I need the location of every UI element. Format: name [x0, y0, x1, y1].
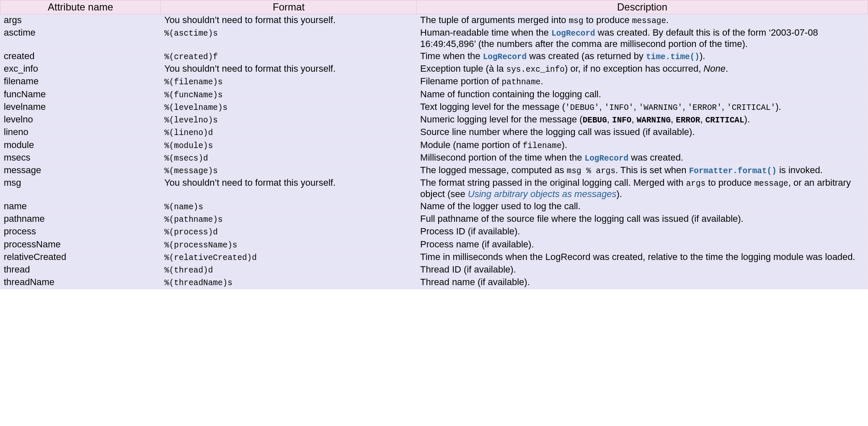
- code-strong: INFO: [612, 116, 631, 125]
- attr-name-cell: message: [0, 164, 161, 177]
- attr-name-cell: args: [0, 14, 161, 27]
- table-row: created%(created)fTime when the LogRecor…: [0, 50, 868, 62]
- inline-code: 'WARNING': [639, 103, 683, 112]
- description-cell: Filename portion of pathname.: [417, 75, 868, 88]
- format-code: %(module)s: [164, 141, 213, 151]
- format-code: %(processName)s: [164, 241, 237, 250]
- attr-name-cell: levelno: [0, 114, 161, 126]
- code-link[interactable]: LogRecord: [551, 29, 595, 38]
- description-cell: Exception tuple (à la sys.exc_info) or, …: [417, 63, 868, 75]
- description-cell: Millisecond portion of the time when the…: [417, 151, 868, 164]
- format-code: %(created)f: [164, 52, 218, 62]
- format-code: %(asctime)s: [164, 29, 218, 38]
- description-cell: Process ID (if available).: [417, 226, 868, 238]
- attr-name-cell: thread: [0, 264, 161, 276]
- code-strong: ERROR: [676, 116, 700, 125]
- format-cell: %(msecs)d: [161, 151, 417, 164]
- format-code: %(filename)s: [164, 78, 222, 87]
- table-row: message%(message)sThe logged message, co…: [0, 164, 868, 177]
- code-link[interactable]: LogRecord: [585, 154, 629, 163]
- inline-code: 'CRITICAL': [727, 103, 775, 112]
- description-cell: Thread ID (if available).: [417, 264, 868, 276]
- description-cell: Name of the logger used to log the call.: [417, 200, 868, 213]
- description-cell: The format string passed in the original…: [417, 177, 868, 200]
- code-strong: DEBUG: [583, 116, 607, 125]
- inline-code: args: [686, 179, 705, 188]
- table-row: relativeCreated%(relativeCreated)dTime i…: [0, 251, 868, 263]
- attr-name-cell: relativeCreated: [0, 251, 161, 263]
- code-strong: CRITICAL: [705, 116, 744, 125]
- description-cell: Source line number where the logging cal…: [417, 126, 868, 139]
- description-cell: Text logging level for the message ('DEB…: [417, 101, 868, 113]
- format-code: %(thread)d: [164, 266, 213, 275]
- format-cell: %(name)s: [161, 200, 417, 213]
- table-row: processName%(processName)sProcess name (…: [0, 238, 868, 251]
- format-cell: %(process)d: [161, 226, 417, 238]
- description-cell: Thread name (if available).: [417, 276, 868, 289]
- description-cell: Process name (if available).: [417, 238, 868, 251]
- table-row: process%(process)dProcess ID (if availab…: [0, 226, 868, 238]
- header-attribute-name: Attribute name: [0, 0, 161, 14]
- table-row: msgYou shouldn’t need to format this you…: [0, 177, 868, 200]
- format-cell: %(message)s: [161, 164, 417, 177]
- description-cell: Time in milliseconds when the LogRecord …: [417, 251, 868, 263]
- code-strong: WARNING: [637, 116, 671, 125]
- attr-name-cell: pathname: [0, 213, 161, 226]
- table-row: argsYou shouldn’t need to format this yo…: [0, 14, 868, 27]
- format-code: %(threadName)s: [164, 278, 232, 288]
- inline-code: msg % args: [567, 166, 615, 176]
- table-row: lineno%(lineno)dSource line number where…: [0, 126, 868, 139]
- code-link[interactable]: time.time(): [646, 52, 700, 62]
- table-row: exc_infoYou shouldn’t need to format thi…: [0, 63, 868, 75]
- format-code: %(levelname)s: [164, 103, 227, 112]
- format-code: %(name)s: [164, 203, 203, 212]
- format-code: %(msecs)d: [164, 154, 208, 163]
- table-header-row: Attribute name Format Description: [0, 0, 868, 14]
- format-cell: %(module)s: [161, 139, 417, 151]
- attr-name-cell: module: [0, 139, 161, 151]
- format-cell: You shouldn’t need to format this yourse…: [161, 63, 417, 75]
- doc-link[interactable]: Using arbitrary objects as messages: [468, 189, 617, 199]
- format-cell: %(processName)s: [161, 238, 417, 251]
- description-cell: Name of function containing the logging …: [417, 88, 868, 101]
- format-cell: %(relativeCreated)d: [161, 251, 417, 263]
- inline-code: 'ERROR': [687, 103, 721, 112]
- inline-code: msg: [569, 16, 584, 26]
- code-link[interactable]: LogRecord: [483, 52, 527, 62]
- format-code: %(process)d: [164, 228, 218, 237]
- format-cell: You shouldn’t need to format this yourse…: [161, 177, 417, 200]
- logrecord-attributes-table: Attribute name Format Description argsYo…: [0, 0, 868, 289]
- attr-name-cell: name: [0, 200, 161, 213]
- format-cell: %(filename)s: [161, 75, 417, 88]
- description-cell: Full pathname of the source file where t…: [417, 213, 868, 226]
- attr-name-cell: created: [0, 50, 161, 62]
- attr-name-cell: levelname: [0, 101, 161, 113]
- table-row: levelname%(levelname)sText logging level…: [0, 101, 868, 113]
- format-code: %(message)s: [164, 166, 218, 176]
- header-description: Description: [417, 0, 868, 14]
- format-code: %(lineno)d: [164, 128, 213, 138]
- inline-code: filename: [523, 141, 562, 151]
- table-row: module%(module)sModule (name portion of …: [0, 139, 868, 151]
- table-row: name%(name)sName of the logger used to l…: [0, 200, 868, 213]
- format-cell: %(levelno)s: [161, 114, 417, 126]
- format-code: %(pathname)s: [164, 215, 222, 224]
- attr-name-cell: exc_info: [0, 63, 161, 75]
- attr-name-cell: asctime: [0, 27, 161, 50]
- format-cell: %(lineno)d: [161, 126, 417, 139]
- format-cell: %(pathname)s: [161, 213, 417, 226]
- attr-name-cell: msecs: [0, 151, 161, 164]
- code-link[interactable]: Formatter.format(): [689, 166, 777, 176]
- inline-code: sys.exc_info: [506, 65, 565, 74]
- inline-code: message: [754, 179, 788, 188]
- attr-name-cell: filename: [0, 75, 161, 88]
- format-cell: %(created)f: [161, 50, 417, 62]
- attr-name-cell: process: [0, 226, 161, 238]
- table-row: pathname%(pathname)sFull pathname of the…: [0, 213, 868, 226]
- inline-code: 'DEBUG': [565, 103, 599, 112]
- format-cell: %(asctime)s: [161, 27, 417, 50]
- header-format: Format: [161, 0, 417, 14]
- attr-name-cell: funcName: [0, 88, 161, 101]
- table-row: msecs%(msecs)dMillisecond portion of the…: [0, 151, 868, 164]
- inline-code: pathname: [502, 78, 541, 87]
